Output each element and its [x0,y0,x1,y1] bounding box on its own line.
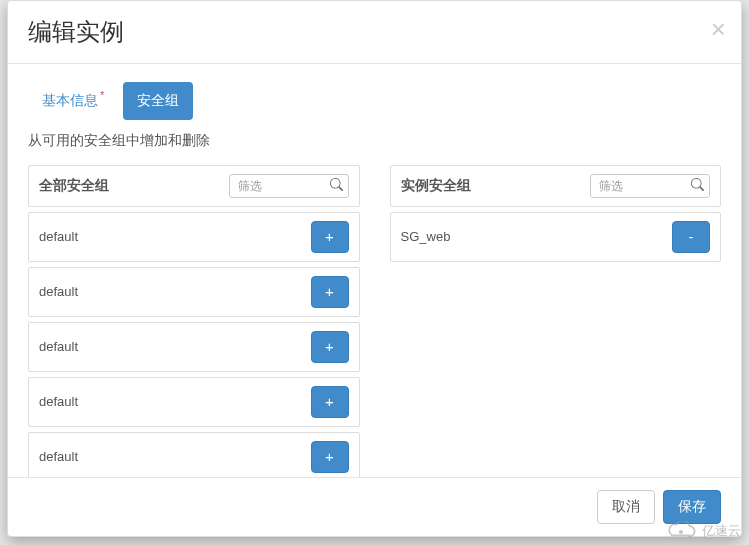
modal-title: 编辑实例 [28,16,721,48]
available-group-item: default + [28,322,360,372]
available-group-item: default + [28,212,360,262]
instance-groups-title: 实例安全组 [401,177,471,195]
group-name: default [39,339,78,354]
available-group-item: default + [28,377,360,427]
modal-footer: 取消 保存 [8,477,741,536]
required-asterisk: * [100,89,104,101]
watermark-text: 亿速云 [702,522,741,540]
group-name: SG_web [401,229,451,244]
instance-groups-column: 实例安全组 SG_web - [390,165,722,477]
svg-point-0 [679,530,683,534]
instance-search-box [590,174,710,198]
group-name: default [39,229,78,244]
watermark: 亿速云 [664,521,741,541]
instance-filter-input[interactable] [590,174,710,198]
tab-security-group[interactable]: 安全组 [123,82,193,120]
group-name: default [39,394,78,409]
add-group-button[interactable]: + [311,221,349,253]
add-group-button[interactable]: + [311,331,349,363]
close-button[interactable]: × [711,16,726,42]
instance-group-item: SG_web - [390,212,722,262]
modal-body: 基本信息* 安全组 从可用的安全组中增加和删除 全部安全组 default [8,64,741,477]
group-name: default [39,449,78,464]
panel-subtitle: 从可用的安全组中增加和删除 [28,132,721,150]
available-group-item: default + [28,432,360,477]
tab-basic-label: 基本信息 [42,92,98,108]
add-group-button[interactable]: + [311,386,349,418]
available-groups-column: 全部安全组 default + default + [28,165,360,477]
available-group-item: default + [28,267,360,317]
available-groups-title: 全部安全组 [39,177,109,195]
available-filter-input[interactable] [229,174,349,198]
save-button[interactable]: 保存 [663,490,721,524]
remove-group-button[interactable]: - [672,221,710,253]
cloud-icon [664,521,698,541]
instance-groups-header: 实例安全组 [390,165,722,207]
dual-list: 全部安全组 default + default + [28,165,721,477]
cancel-button[interactable]: 取消 [597,490,655,524]
available-groups-header: 全部安全组 [28,165,360,207]
available-search-box [229,174,349,198]
modal-header: 编辑实例 × [8,1,741,64]
group-name: default [39,284,78,299]
tab-bar: 基本信息* 安全组 [28,79,721,120]
tab-basic-info[interactable]: 基本信息* [28,79,118,120]
add-group-button[interactable]: + [311,276,349,308]
add-group-button[interactable]: + [311,441,349,473]
edit-instance-modal: 编辑实例 × 基本信息* 安全组 从可用的安全组中增加和删除 全部安全组 [7,0,742,537]
